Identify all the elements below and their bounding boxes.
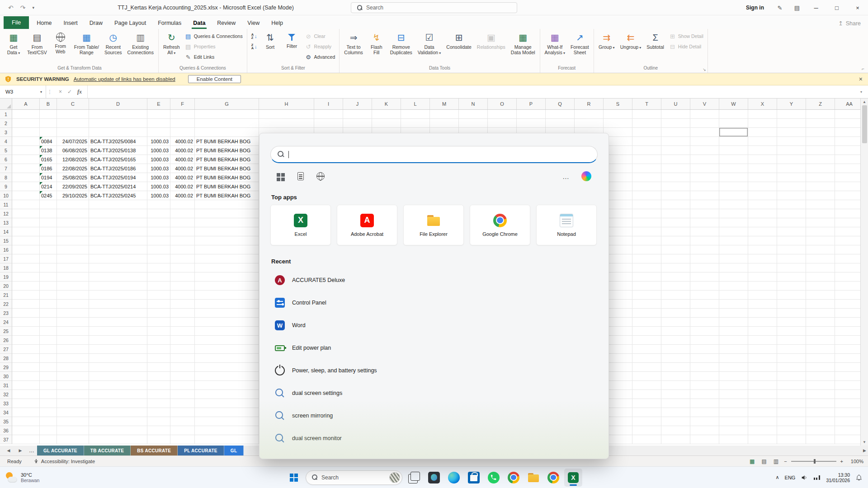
share-button[interactable]: ↥ Share <box>838 20 861 27</box>
cell-aa36[interactable] <box>835 426 864 435</box>
cell-e17[interactable] <box>147 254 170 263</box>
cell-b18[interactable] <box>40 263 57 272</box>
cell-y37[interactable] <box>777 435 806 444</box>
cell-y25[interactable] <box>777 327 806 336</box>
cell-aa8[interactable] <box>835 173 864 182</box>
cell-x21[interactable] <box>748 291 777 300</box>
cell-e13[interactable] <box>147 218 170 227</box>
row-header-6[interactable]: 6 <box>0 155 12 164</box>
ribbon-button-remove-duplicates[interactable]: ⊟RemoveDuplicates <box>388 30 415 65</box>
cell-d19[interactable] <box>89 272 147 282</box>
cell-z36[interactable] <box>806 426 835 435</box>
cell-z5[interactable] <box>806 146 835 155</box>
cell-d26[interactable] <box>89 336 147 345</box>
cell-m1[interactable] <box>430 110 459 119</box>
cell-y1[interactable] <box>777 110 806 119</box>
cell-a32[interactable] <box>12 390 40 399</box>
cell-t19[interactable] <box>632 272 661 282</box>
cell-u14[interactable] <box>661 227 690 236</box>
column-header-b[interactable]: B <box>40 99 57 109</box>
cell-a18[interactable] <box>12 263 40 272</box>
row-header-26[interactable]: 26 <box>0 336 12 345</box>
cell-u24[interactable] <box>661 318 690 327</box>
cell-y11[interactable] <box>777 200 806 209</box>
taskbar-app-task-view[interactable] <box>405 469 423 487</box>
cell-w36[interactable] <box>719 426 748 435</box>
cell-t22[interactable] <box>632 300 661 309</box>
cell-g26[interactable] <box>195 336 259 345</box>
page-break-view-icon[interactable]: ▥ <box>772 458 780 465</box>
cell-f37[interactable] <box>170 435 195 444</box>
cell-t37[interactable] <box>632 435 661 444</box>
cell-aa14[interactable] <box>835 227 864 236</box>
cell-b3[interactable] <box>40 128 57 137</box>
cell-g28[interactable] <box>195 354 259 363</box>
column-header-u[interactable]: U <box>661 99 690 109</box>
scroll-right-icon[interactable]: ▶ <box>863 448 866 453</box>
cell-f6[interactable]: 4000.02 <box>170 155 195 164</box>
cell-e28[interactable] <box>147 354 170 363</box>
column-header-e[interactable]: E <box>147 99 170 109</box>
cell-g36[interactable] <box>195 426 259 435</box>
cell-a31[interactable] <box>12 381 40 390</box>
cell-w6[interactable] <box>719 155 748 164</box>
cell-g14[interactable] <box>195 227 259 236</box>
cell-g18[interactable] <box>195 263 259 272</box>
column-header-i[interactable]: I <box>314 99 343 109</box>
cell-aa2[interactable] <box>835 119 864 128</box>
cell-d21[interactable] <box>89 291 147 300</box>
cell-w12[interactable] <box>719 209 748 218</box>
cell-b7[interactable]: 0186 <box>40 164 57 173</box>
ribbon-button-what-if-analysis[interactable]: ▦What-IfAnalysis ▾ <box>542 30 567 65</box>
cell-e2[interactable] <box>147 119 170 128</box>
cell-a34[interactable] <box>12 408 40 417</box>
cell-y22[interactable] <box>777 300 806 309</box>
zoom-level[interactable]: 100% <box>847 459 863 464</box>
cell-u13[interactable] <box>661 218 690 227</box>
cell-x13[interactable] <box>748 218 777 227</box>
cell-g15[interactable] <box>195 236 259 245</box>
cell-s1[interactable] <box>604 110 632 119</box>
cell-c12[interactable] <box>57 209 89 218</box>
cell-g2[interactable] <box>195 119 259 128</box>
column-header-p[interactable]: P <box>517 99 546 109</box>
cell-a10[interactable] <box>12 191 40 200</box>
cell-c33[interactable] <box>57 399 89 408</box>
column-header-r[interactable]: R <box>575 99 604 109</box>
cell-z4[interactable] <box>806 137 835 146</box>
cell-t12[interactable] <box>632 209 661 218</box>
cell-f27[interactable] <box>170 345 195 354</box>
cell-c30[interactable] <box>57 372 89 381</box>
cell-v26[interactable] <box>690 336 719 345</box>
cell-e1[interactable] <box>147 110 170 119</box>
cell-e31[interactable] <box>147 381 170 390</box>
minimize-button[interactable]: ─ <box>806 0 826 15</box>
cell-a4[interactable] <box>12 137 40 146</box>
cell-v13[interactable] <box>690 218 719 227</box>
cell-t23[interactable] <box>632 309 661 318</box>
cell-t24[interactable] <box>632 318 661 327</box>
top-app-notepad[interactable]: Notepad <box>536 205 597 245</box>
filter-web[interactable] <box>316 172 325 182</box>
cell-c35[interactable] <box>57 417 89 426</box>
cell-aa11[interactable] <box>835 200 864 209</box>
cell-d17[interactable] <box>89 254 147 263</box>
cell-r1[interactable] <box>575 110 604 119</box>
cell-c27[interactable] <box>57 345 89 354</box>
cell-z11[interactable] <box>806 200 835 209</box>
row-header-17[interactable]: 17 <box>0 254 12 263</box>
redo-icon[interactable]: ↷ <box>20 4 26 11</box>
cell-z3[interactable] <box>806 128 835 137</box>
cell-aa28[interactable] <box>835 354 864 363</box>
cell-w33[interactable] <box>719 399 748 408</box>
cell-c37[interactable] <box>57 435 89 444</box>
column-header-y[interactable]: Y <box>777 99 806 109</box>
cell-f7[interactable]: 4000.02 <box>170 164 195 173</box>
cell-g12[interactable] <box>195 209 259 218</box>
cell-f2[interactable] <box>170 119 195 128</box>
cell-y13[interactable] <box>777 218 806 227</box>
cell-t32[interactable] <box>632 390 661 399</box>
cell-aa23[interactable] <box>835 309 864 318</box>
cell-w22[interactable] <box>719 300 748 309</box>
cell-aa18[interactable] <box>835 263 864 272</box>
